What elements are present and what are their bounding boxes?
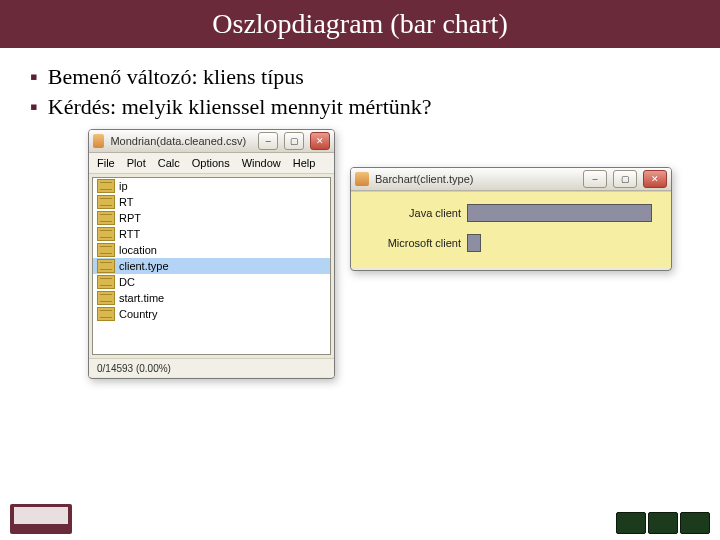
variable-icon [97, 179, 115, 193]
variable-row[interactable]: RT [93, 194, 330, 210]
variable-name: DC [119, 276, 135, 288]
java-icon [93, 134, 104, 148]
maximize-button[interactable]: ▢ [284, 132, 304, 150]
variable-row[interactable]: ip [93, 178, 330, 194]
workspace: Mondrian(data.cleaned.csv) – ▢ ✕ File Pl… [0, 129, 720, 429]
barchart-window[interactable]: Barchart(client.type) – ▢ ✕ Java client … [350, 167, 672, 271]
menu-window[interactable]: Window [242, 157, 281, 169]
variable-name: location [119, 244, 157, 256]
maximize-button[interactable]: ▢ [613, 170, 637, 188]
variable-icon [97, 227, 115, 241]
window-titlebar[interactable]: Mondrian(data.cleaned.csv) – ▢ ✕ [89, 130, 334, 153]
variable-icon [97, 307, 115, 321]
variable-icon [97, 275, 115, 289]
bullet-text: Bemenő változó: kliens típus [48, 62, 304, 92]
variable-icon [97, 243, 115, 257]
status-bar: 0/14593 (0.00%) [89, 358, 334, 377]
variable-icon [97, 211, 115, 225]
menu-calc[interactable]: Calc [158, 157, 180, 169]
bullet-item: ▪ Bemenő változó: kliens típus [30, 62, 702, 92]
bullet-item: ▪ Kérdés: melyik klienssel mennyit mértü… [30, 92, 702, 122]
variable-row[interactable]: start.time [93, 290, 330, 306]
variable-row[interactable]: RTT [93, 226, 330, 242]
slide-title-band: Oszlopdiagram (bar chart) [0, 0, 720, 48]
bullet-marker-icon: ▪ [30, 62, 38, 92]
variable-name: Country [119, 308, 158, 320]
variable-list[interactable]: ip RT RPT RTT location client.type DC st… [92, 177, 331, 355]
menu-options[interactable]: Options [192, 157, 230, 169]
bar-label: Microsoft client [351, 237, 467, 249]
variable-row[interactable]: location [93, 242, 330, 258]
variable-name: client.type [119, 260, 169, 272]
menu-plot[interactable]: Plot [127, 157, 146, 169]
variable-row-selected[interactable]: client.type [93, 258, 330, 274]
menu-help[interactable]: Help [293, 157, 316, 169]
bar-row: Java client [351, 202, 663, 224]
variable-name: RTT [119, 228, 140, 240]
close-button[interactable]: ✕ [643, 170, 667, 188]
bullet-list: ▪ Bemenő változó: kliens típus ▪ Kérdés:… [0, 48, 720, 129]
badge-icon [616, 512, 646, 534]
variable-name: RPT [119, 212, 141, 224]
badge-icon [648, 512, 678, 534]
status-text: 0/14593 (0.00%) [97, 363, 171, 374]
variable-name: ip [119, 180, 128, 192]
window-title-text: Barchart(client.type) [375, 173, 473, 185]
minimize-button[interactable]: – [258, 132, 278, 150]
mondrian-window[interactable]: Mondrian(data.cleaned.csv) – ▢ ✕ File Pl… [88, 129, 335, 379]
menu-file[interactable]: File [97, 157, 115, 169]
variable-name: RT [119, 196, 133, 208]
bullet-marker-icon: ▪ [30, 92, 38, 122]
variable-row[interactable]: DC [93, 274, 330, 290]
variable-icon [97, 195, 115, 209]
variable-row[interactable]: Country [93, 306, 330, 322]
close-button[interactable]: ✕ [310, 132, 330, 150]
variable-row[interactable]: RPT [93, 210, 330, 226]
java-icon [355, 172, 369, 186]
minimize-button[interactable]: – [583, 170, 607, 188]
bar[interactable] [467, 204, 652, 222]
barchart-canvas[interactable]: Java client Microsoft client [351, 191, 671, 268]
bar[interactable] [467, 234, 481, 252]
bar-label: Java client [351, 207, 467, 219]
badge-icon [680, 512, 710, 534]
window-title-text: Mondrian(data.cleaned.csv) [110, 135, 246, 147]
slide-title: Oszlopdiagram (bar chart) [212, 8, 507, 40]
bar-row: Microsoft client [351, 232, 663, 254]
variable-icon [97, 291, 115, 305]
variable-icon [97, 259, 115, 273]
university-logo [10, 504, 72, 534]
footer-badges [616, 512, 710, 534]
bullet-text: Kérdés: melyik klienssel mennyit mértünk… [48, 92, 432, 122]
variable-name: start.time [119, 292, 164, 304]
window-titlebar[interactable]: Barchart(client.type) – ▢ ✕ [351, 168, 671, 191]
menu-bar: File Plot Calc Options Window Help [89, 153, 334, 174]
